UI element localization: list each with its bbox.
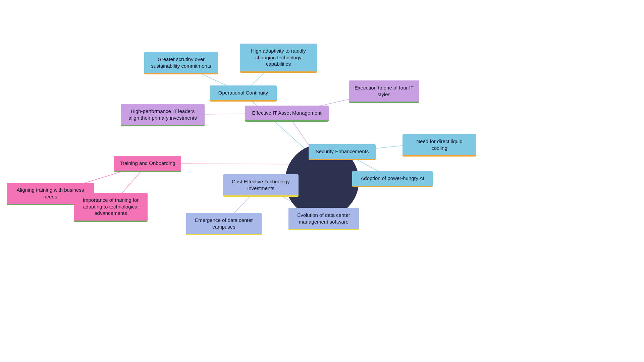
- node-adoption-ai: Adoption of power-hungry AI: [352, 171, 433, 187]
- node-security-enhancements: Security Enhancements: [309, 144, 376, 160]
- node-high-performance-leaders: High-performance IT leaders align their …: [121, 104, 205, 126]
- node-execution-four-styles: Execution to one of four IT styles: [349, 80, 419, 103]
- node-importance-training: Importance of training for adapting to t…: [74, 193, 148, 222]
- node-high-adaptivity: High adaptivity to rapidly changing tech…: [240, 44, 317, 73]
- node-operational-continuity: Operational Continuity: [210, 85, 277, 102]
- node-training-onboarding: Training and Onboarding: [114, 156, 181, 172]
- node-cost-effective: Cost-Effective Technology Investments: [223, 174, 299, 197]
- node-need-liquid-cooling: Need for direct liquid cooling: [402, 134, 476, 157]
- node-greater-scrutiny: Greater scrutiny over sustainability com…: [144, 52, 218, 74]
- node-evolution-software: Evolution of data center management soft…: [288, 208, 359, 230]
- node-effective-it-asset: Effective IT Asset Management: [245, 106, 329, 122]
- node-emergence-campuses: Emergence of data center campuses: [186, 213, 262, 235]
